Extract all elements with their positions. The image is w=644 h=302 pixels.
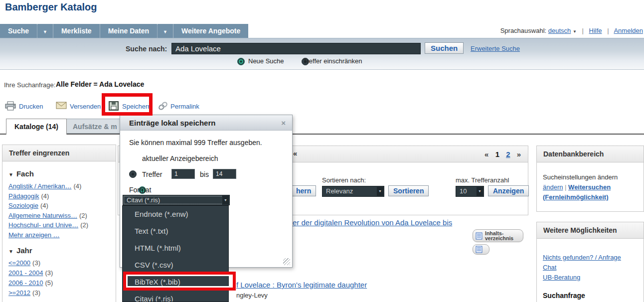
tab-kataloge[interactable]: Kataloge (14) (6, 119, 67, 135)
facet-item: Hochschul- und Unive…(2) (8, 220, 110, 230)
facet-link[interactable]: Anglistik / Amerikan… (8, 182, 71, 190)
dialog-title-bar[interactable]: Einträge lokal speichern × (120, 115, 292, 131)
result-title-link[interactable]: f Lovelace : Byron's legitimate daughter (236, 281, 367, 289)
range-to-input[interactable] (213, 169, 236, 179)
advanced-search-link[interactable]: Erweiterte Suche (471, 45, 520, 52)
nothing-found-link[interactable]: Nichts gefunden? / Anfrage (543, 254, 621, 261)
pagination-next[interactable]: » (517, 150, 521, 158)
main-nav: Suche ▼ Merkliste Meine Daten ▼ Weitere … (0, 24, 644, 38)
nav-suche-dropdown-toggle[interactable]: ▼ (37, 24, 53, 38)
chevron-down-icon: ▼ (43, 29, 47, 34)
document-icon (476, 232, 483, 240)
save-button[interactable]: Speichern (122, 103, 152, 110)
search-query-subheading: Suchanfrage (543, 291, 638, 301)
facet-count: (2) (79, 212, 87, 219)
facet-count: (4) (73, 182, 81, 190)
format-select[interactable]: Citavi (*.ris)▼ (123, 195, 230, 205)
show-button[interactable]: Anzeigen (488, 185, 529, 196)
facet-link[interactable]: <=2000 (8, 259, 30, 267)
nav-item-meine-daten[interactable]: Meine Daten (100, 24, 157, 38)
show-more-link[interactable]: Mehr anzeigen … (8, 231, 60, 239)
format-option-endnote[interactable]: Endnote (*.enw) (123, 206, 228, 223)
nav-item-weitere-angebote[interactable]: Weitere Angebote (173, 24, 248, 38)
language-select-link[interactable]: deutsch (548, 27, 571, 34)
print-button[interactable]: Drucken (19, 103, 43, 110)
partial-pagination-glyph: « (293, 149, 297, 157)
max-results-select[interactable]: 10▼ (456, 186, 484, 197)
facet-item: Allgemeine Naturwiss…(2) (8, 211, 110, 221)
facet-link[interactable]: Pädagogik (8, 192, 39, 200)
pagination-prev[interactable]: « (484, 150, 488, 158)
table-of-contents-button[interactable]: Inhalts-verzeichnis (473, 229, 523, 242)
facet-count: (2) (80, 221, 88, 229)
max-results-label: max. Trefferanzahl (456, 176, 509, 184)
radio-neue-suche-label: Neue Suche (248, 57, 284, 65)
pagination-page-2[interactable]: 2 (506, 150, 510, 158)
format-dropdown-list: Endnote (*.enw) Text (*.txt) HTML (*.htm… (122, 205, 229, 302)
facet-link[interactable]: Allgemeine Naturwiss… (8, 212, 77, 219)
chat-link[interactable]: Chat (543, 264, 556, 271)
triangle-down-icon: ▼ (8, 249, 13, 254)
facet-group-jahr[interactable]: ▼Jahr (8, 246, 110, 255)
facet-item: >=2012(3) (8, 288, 110, 298)
bamberger-katalog-page: Bamberger Katalog Suche ▼ Merkliste Mein… (0, 0, 644, 302)
facet-group-fach[interactable]: ▼Fach (8, 169, 110, 178)
floppy-disk-icon (109, 101, 119, 111)
radio-current-range-label: aktueller Anzeigebereich (142, 154, 218, 162)
nav-item-suche[interactable]: Suche (0, 24, 37, 38)
facet-link[interactable]: Hochschul- und Unive… (8, 221, 78, 229)
range-from-input[interactable] (171, 169, 195, 179)
format-option-csv[interactable]: CSV (*.csv) (123, 257, 228, 274)
facet-link[interactable]: Soziologie (8, 202, 38, 209)
divider: | (607, 27, 609, 34)
facet-item: Anglistik / Amerikan…(4) (8, 181, 110, 191)
more-options-title: Weitere Möglichkeiten (537, 222, 644, 239)
search-input[interactable] (171, 43, 421, 54)
description-button[interactable] (473, 244, 489, 255)
facet-link[interactable]: 2001 - 2004 (8, 269, 43, 277)
query-value: Alle Felder = Ada Lovelace (56, 80, 144, 88)
facet-link[interactable]: 2006 - 2010 (8, 279, 43, 287)
ub-beratung-link[interactable]: UB-Beratung (543, 274, 580, 281)
facet-count: (3) (32, 289, 40, 297)
nav-item-merkliste[interactable]: Merkliste (53, 24, 100, 38)
database-panel-title: Datenbankbereich (537, 146, 644, 162)
login-link[interactable]: Anmelden (614, 27, 643, 34)
format-option-text[interactable]: Text (*.txt) (123, 223, 228, 240)
send-button[interactable]: Versenden (70, 103, 101, 110)
dialog-title: Einträge lokal speichern (129, 119, 215, 127)
facet-count: (4) (40, 202, 48, 209)
more-options-panel: Weitere Möglichkeiten Nichts gefunden? /… (536, 222, 644, 302)
database-panel-text: Sucheinstellungen ändern (543, 172, 638, 182)
divider: | (582, 27, 584, 34)
nav-meine-daten-dropdown-toggle[interactable]: ▼ (157, 24, 173, 38)
result-title-link[interactable]: er der digitalen Revolution von Ada Love… (293, 218, 452, 227)
help-link[interactable]: Hilfe (589, 27, 602, 34)
continue-search-link[interactable]: Weitersuchen (568, 183, 611, 191)
triangle-down-icon: ▼ (8, 172, 13, 177)
sort-select[interactable]: Relevanz▼ (322, 186, 384, 197)
facet-link[interactable]: >=2012 (8, 289, 30, 297)
printer-icon (5, 101, 16, 111)
radio-current-range[interactable] (129, 170, 137, 178)
format-label: Format (129, 186, 151, 194)
search-button[interactable]: Suchen (425, 42, 464, 54)
chevron-down-icon: ▼ (477, 187, 483, 196)
language-label: Sprachauswahl: (500, 27, 547, 34)
partial-button[interactable]: hern (291, 185, 316, 196)
close-icon[interactable]: × (281, 115, 286, 131)
page-title: Bamberger Katalog (5, 1, 97, 13)
facet-item: 2006 - 2010(5) (8, 278, 110, 288)
sort-button[interactable]: Sortieren (388, 185, 429, 196)
change-settings-link[interactable]: ändern (543, 183, 563, 191)
sort-label: Sortieren nach: (322, 176, 366, 184)
dialog-info-text: Sie können maximal 999 Treffer ausgeben. (129, 139, 262, 147)
resize-grip[interactable] (283, 258, 290, 265)
facet-item: Soziologie(4) (8, 201, 110, 211)
format-option-html[interactable]: HTML (*.html) (123, 240, 228, 257)
permalink-button[interactable]: Permalink (170, 103, 199, 110)
format-option-citavi[interactable]: Citavi (*.ris) (123, 291, 228, 302)
format-option-bibtex[interactable]: BibTeX (*.bib) (123, 274, 228, 291)
continue-search-link-2[interactable]: (Fernleihmöglichkeit) (543, 193, 608, 201)
facet-count: (3) (45, 269, 53, 277)
